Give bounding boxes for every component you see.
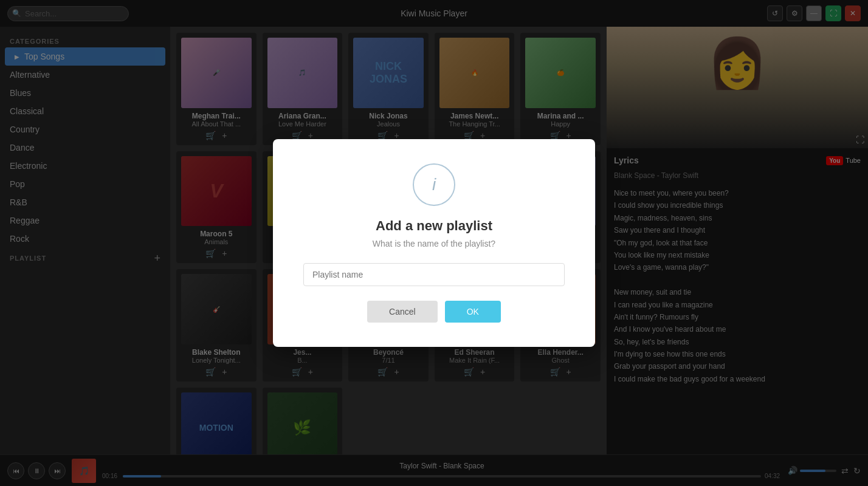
add-playlist-modal: i Add a new playlist What is the name of… — [273, 139, 595, 347]
modal-buttons: Cancel OK — [303, 301, 565, 323]
modal-overlay: i Add a new playlist What is the name of… — [0, 0, 868, 486]
ok-button[interactable]: OK — [445, 301, 501, 323]
modal-title: Add a new playlist — [303, 218, 565, 234]
playlist-name-input[interactable] — [303, 263, 565, 286]
cancel-button[interactable]: Cancel — [367, 301, 438, 323]
modal-info-icon: i — [413, 163, 455, 206]
modal-subtitle: What is the name of the playlist? — [303, 239, 565, 248]
